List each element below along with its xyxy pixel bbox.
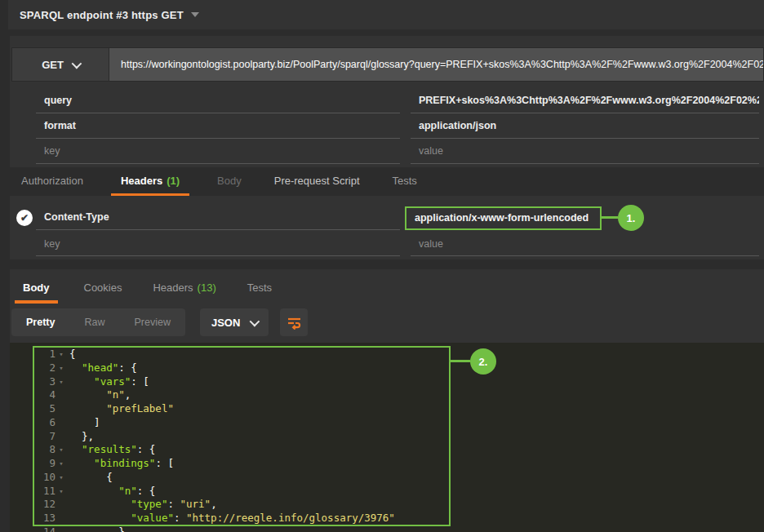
tab-label: Cookies (84, 282, 122, 294)
line-number: 2 (34, 361, 56, 375)
code-line: 9▾ "bindings": [ (34, 457, 764, 471)
code-text: }, (69, 430, 94, 444)
header-enabled-checkbox[interactable]: ✔ (16, 210, 33, 226)
wrap-lines-button[interactable] (280, 308, 308, 336)
param-value-input[interactable]: application/json (411, 113, 759, 139)
format-select-value: JSON (211, 317, 240, 329)
line-number: 12 (34, 498, 56, 512)
view-mode-group: PrettyRawPreview (11, 308, 185, 336)
tab-label: Tests (393, 175, 417, 187)
line-number: 14 (34, 525, 56, 532)
code-text: "type": "uri", (69, 498, 217, 512)
line-number: 3 (34, 375, 56, 389)
code-line: 14 } (34, 525, 764, 532)
word-wrap-icon (286, 316, 302, 330)
tab-label: Tests (247, 282, 272, 294)
request-title: SPARQL endpoint #3 https GET (20, 9, 184, 21)
code-line: 10▾ { (34, 471, 764, 485)
code-line: 1▾{ (34, 348, 764, 361)
param-key-input[interactable]: format (36, 113, 400, 139)
tab-count-badge: (1) (167, 175, 180, 187)
fold-toggle-icon[interactable]: ▾ (56, 471, 67, 485)
response-tab-headers[interactable]: Headers(13) (148, 274, 220, 304)
code-text: "value": "http://reegle.info/glossary/39… (69, 512, 395, 525)
request-tab-body[interactable]: Body (212, 167, 247, 196)
response-tab-tests[interactable]: Tests (242, 274, 277, 304)
view-mode-raw[interactable]: Raw (69, 308, 119, 336)
code-text: ] (69, 416, 100, 430)
fold-spacer (56, 512, 67, 525)
request-tab-headers[interactable]: Headers(1) (111, 167, 189, 196)
new-header-key-input[interactable]: key (36, 233, 400, 256)
line-number: 7 (34, 430, 56, 444)
line-number: 10 (34, 471, 56, 485)
fold-spacer (56, 430, 67, 444)
fold-spacer (56, 498, 67, 512)
fold-spacer (56, 402, 67, 416)
code-text: { (69, 471, 113, 485)
annotation-2-connector (449, 360, 470, 362)
param-value-input[interactable]: PREFIX+skos%3A%3Chttp%3A%2F%2Fwww.w3.org… (411, 88, 759, 113)
url-row: GET https://workingontologist.poolparty.… (11, 47, 764, 82)
line-number: 8 (34, 443, 56, 457)
code-line: 2▾ "head": { (34, 361, 764, 375)
param-key-input[interactable]: query (36, 88, 400, 113)
code-text: "results": { (69, 443, 155, 457)
code-text: "n": { (69, 485, 155, 499)
line-number: 9 (34, 457, 56, 471)
tab-count-badge: (13) (198, 282, 216, 294)
param-placeholder-row: key value (10, 139, 764, 164)
code-text: { (69, 348, 76, 361)
param-value-input[interactable]: value (411, 139, 759, 164)
view-mode-pretty[interactable]: Pretty (11, 308, 69, 336)
code-text: "n", (69, 388, 131, 402)
tab-label: Authorization (21, 175, 83, 187)
annotation-1-badge: 1. (618, 205, 644, 231)
code-line: 6 ] (34, 416, 764, 430)
request-tabs: AuthorizationHeaders(1)BodyPre-request S… (0, 167, 764, 196)
new-header-value-input[interactable]: value (411, 233, 759, 256)
tab-label: Body (217, 175, 242, 187)
request-tab-authorization[interactable]: Authorization (16, 167, 88, 196)
code-line: 13 "value": "http://reegle.info/glossary… (34, 512, 764, 525)
code-text: "head": { (69, 361, 137, 375)
line-number: 13 (34, 512, 56, 525)
response-tab-body[interactable]: Body (15, 274, 58, 304)
request-title-bar: SPARQL endpoint #3 https GET (8, 0, 764, 29)
tab-label: Headers (153, 282, 193, 294)
line-number: 6 (34, 416, 56, 430)
header-value-input[interactable]: application/x-www-form-urlencoded (405, 206, 602, 230)
code-line: 3▾ "vars": [ (34, 375, 764, 389)
header-key-input[interactable]: Content-Type (36, 206, 400, 230)
chevron-down-icon (250, 316, 260, 326)
code-lines: 1▾{2▾ "head": {3▾ "vars": [4 "n",5 "pref… (34, 348, 764, 532)
response-toolbar: PrettyRawPreview JSON (11, 308, 308, 336)
code-text: "bindings": [ (69, 457, 174, 471)
view-mode-preview[interactable]: Preview (119, 308, 184, 336)
fold-toggle-icon[interactable]: ▾ (56, 348, 67, 361)
param-key-input[interactable]: key (36, 139, 400, 164)
code-line: 5 "prefLabel" (34, 402, 764, 416)
code-text: } (69, 525, 125, 532)
fold-toggle-icon[interactable]: ▾ (56, 375, 67, 389)
param-row: queryPREFIX+skos%3A%3Chttp%3A%2F%2Fwww.w… (10, 88, 764, 113)
request-builder-panel: GET https://workingontologist.poolparty.… (10, 36, 764, 167)
response-body-code-area: 1▾{2▾ "head": {3▾ "vars": [4 "n",5 "pref… (10, 343, 764, 532)
line-number: 1 (34, 348, 56, 361)
fold-toggle-icon[interactable]: ▾ (56, 361, 67, 375)
fold-toggle-icon[interactable]: ▾ (56, 443, 67, 457)
title-dropdown-icon[interactable] (191, 12, 199, 17)
method-dropdown[interactable]: GET (11, 47, 109, 82)
request-tab-pre-request-script[interactable]: Pre-request Script (269, 167, 365, 196)
check-icon: ✔ (20, 213, 29, 223)
fold-toggle-icon[interactable]: ▾ (56, 457, 67, 471)
fold-toggle-icon[interactable]: ▾ (56, 485, 67, 499)
method-label: GET (42, 59, 64, 71)
format-select[interactable]: JSON (200, 308, 269, 336)
request-tab-tests[interactable]: Tests (388, 167, 422, 196)
response-tab-cookies[interactable]: Cookies (79, 274, 127, 304)
url-input[interactable]: https://workingontologist.poolparty.biz/… (109, 47, 764, 82)
code-text: "prefLabel" (69, 402, 174, 416)
line-number: 5 (34, 402, 56, 416)
response-tabs: BodyCookiesHeaders(13)Tests (10, 274, 764, 304)
